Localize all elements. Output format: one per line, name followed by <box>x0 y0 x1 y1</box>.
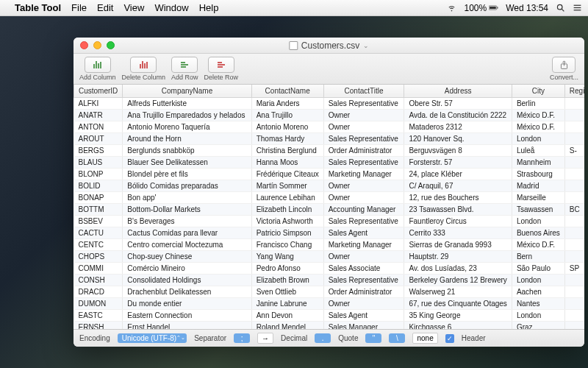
cell[interactable]: Hanna Moos <box>251 157 323 169</box>
cell[interactable]: Tsawassen <box>512 204 564 216</box>
cell[interactable]: Elizabeth Lincoln <box>251 204 323 216</box>
cell[interactable]: Centro comercial Moctezuma <box>123 239 251 251</box>
cell[interactable]: Sales Representative <box>323 216 404 227</box>
cell[interactable]: Fauntleroy Circus <box>404 216 512 227</box>
cell[interactable]: CENTC <box>74 239 123 251</box>
table-row[interactable]: BOLIDBólido Comidas preparadasMartín Som… <box>74 180 585 192</box>
cell[interactable]: Order Administrator <box>323 145 404 157</box>
cell[interactable]: Mannheim <box>512 157 564 169</box>
cell[interactable]: Owner <box>323 251 404 263</box>
cell[interactable]: Christina Berglund <box>251 145 323 157</box>
add-column-button[interactable] <box>85 57 111 73</box>
cell[interactable]: BLAUS <box>74 157 123 169</box>
cell[interactable]: Maria Anders <box>251 98 323 110</box>
encoding-select[interactable]: Unicode (UTF-8) <box>118 333 187 343</box>
cell[interactable]: Marseille <box>512 192 564 204</box>
quote-select[interactable]: " <box>365 333 381 343</box>
menu-file[interactable]: File <box>71 2 87 13</box>
cell[interactable]: Bólido Comidas preparadas <box>123 180 251 192</box>
table-row[interactable]: DRACDDrachenblut DelikatessenSven Ottlie… <box>74 286 585 298</box>
cell[interactable] <box>564 110 584 121</box>
spotlight-icon[interactable] <box>556 3 565 13</box>
cell[interactable]: Avda. de la Constitución 2222 <box>404 110 512 121</box>
cell[interactable]: Thomas Hardy <box>251 133 323 145</box>
menu-window[interactable]: Window <box>154 2 188 13</box>
cell[interactable]: Sales Representative <box>323 157 404 169</box>
cell[interactable]: Marketing Manager <box>323 239 404 251</box>
column-header[interactable]: CompanyName <box>123 85 251 98</box>
separator-select[interactable]: ; <box>234 333 250 343</box>
cell[interactable]: COMMI <box>74 263 123 275</box>
cell[interactable]: ANTON <box>74 121 123 133</box>
cell[interactable]: BSBEV <box>74 216 123 227</box>
cell[interactable]: S- <box>564 145 584 157</box>
menu-icon[interactable] <box>573 3 582 13</box>
cell[interactable]: Laurence Lebihan <box>251 192 323 204</box>
cell[interactable]: Janine Labrune <box>251 298 323 310</box>
maximize-button[interactable] <box>107 41 115 49</box>
cell[interactable]: Owner <box>323 121 404 133</box>
table-row[interactable]: BERGSBerglunds snabbköpChristina Berglun… <box>74 145 585 157</box>
column-header[interactable]: Region <box>564 85 584 98</box>
column-header[interactable]: Address <box>404 85 512 98</box>
cell[interactable]: DRACD <box>74 286 123 298</box>
cell[interactable]: Sales Representative <box>323 275 404 286</box>
data-table[interactable]: CustomerIDCompanyNameContactNameContactT… <box>74 85 584 329</box>
cell[interactable]: Sales Representative <box>323 133 404 145</box>
table-row[interactable]: BLONPBlondel père et filsFrédérique Cite… <box>74 169 585 180</box>
cell[interactable]: Antonio Moreno <box>251 121 323 133</box>
cell[interactable]: Marketing Manager <box>323 169 404 180</box>
minimize-button[interactable] <box>93 41 101 49</box>
cell[interactable]: B's Beverages <box>123 216 251 227</box>
cell[interactable]: Ana Trujillo Emparedados y helados <box>123 110 251 121</box>
cell[interactable]: BOTTM <box>74 204 123 216</box>
cell[interactable]: Cactus Comidas para llevar <box>123 227 251 239</box>
delete-column-button[interactable] <box>130 57 157 73</box>
cell[interactable]: Eastern Connection <box>123 310 251 322</box>
cell[interactable]: Owner <box>323 110 404 121</box>
cell[interactable]: Bottom-Dollar Markets <box>123 204 251 216</box>
decimal-select[interactable]: . <box>315 333 331 343</box>
cell[interactable]: Ann Devon <box>251 310 323 322</box>
titlebar[interactable]: Customers.csv ⌄ <box>74 38 584 54</box>
table-row[interactable]: BOTTMBottom-Dollar MarketsElizabeth Linc… <box>74 204 585 216</box>
cell[interactable]: Francisco Chang <box>251 239 323 251</box>
cell[interactable] <box>564 192 584 204</box>
cell[interactable]: Sales Associate <box>323 263 404 275</box>
cell[interactable]: Buenos Aires <box>512 227 564 239</box>
cell[interactable]: México D.F. <box>512 110 564 121</box>
cell[interactable]: Berlin <box>512 98 564 110</box>
menu-help[interactable]: Help <box>199 2 219 13</box>
cell[interactable]: Sales Agent <box>323 227 404 239</box>
cell[interactable]: BOLID <box>74 180 123 192</box>
cell[interactable]: Av. dos Lusíadas, 23 <box>404 263 512 275</box>
cell[interactable]: C/ Araquil, 67 <box>404 180 512 192</box>
cell[interactable]: Berkeley Gardens 12 Brewery <box>404 275 512 286</box>
cell[interactable]: Luleå <box>512 145 564 157</box>
cell[interactable]: Du monde entier <box>123 298 251 310</box>
table-row[interactable]: BONAPBon app'Laurence LebihanOwner12, ru… <box>74 192 585 204</box>
table-row[interactable]: BLAUSBlauer See DelikatessenHanna MoosSa… <box>74 157 585 169</box>
cell[interactable]: AROUT <box>74 133 123 145</box>
cell[interactable] <box>564 298 584 310</box>
wifi-icon[interactable] <box>447 3 456 13</box>
table-row[interactable]: COMMIComércio MineiroPedro AfonsoSales A… <box>74 263 585 275</box>
cell[interactable]: CONSH <box>74 275 123 286</box>
cell[interactable]: Madrid <box>512 180 564 192</box>
window-title[interactable]: Customers.csv ⌄ <box>289 40 369 51</box>
table-row[interactable]: ERNSHErnst HandelRoland MendelSales Mana… <box>74 322 585 330</box>
cell[interactable]: Sales Agent <box>323 310 404 322</box>
escape-select[interactable]: \ <box>389 333 405 343</box>
cell[interactable]: London <box>512 133 564 145</box>
cell[interactable]: Drachenblut Delikatessen <box>123 286 251 298</box>
cell[interactable] <box>564 286 584 298</box>
table-row[interactable]: CHOPSChop-suey ChineseYang WangOwnerHaup… <box>74 251 585 263</box>
menu-edit[interactable]: Edit <box>97 2 113 13</box>
cell[interactable] <box>564 98 584 110</box>
cell[interactable] <box>564 169 584 180</box>
cell[interactable]: BC <box>564 204 584 216</box>
table-row[interactable]: EASTCEastern ConnectionAnn DevonSales Ag… <box>74 310 585 322</box>
cell[interactable]: 23 Tsawassen Blvd. <box>404 204 512 216</box>
cell[interactable]: 24, place Kléber <box>404 169 512 180</box>
column-header[interactable]: ContactTitle <box>323 85 404 98</box>
